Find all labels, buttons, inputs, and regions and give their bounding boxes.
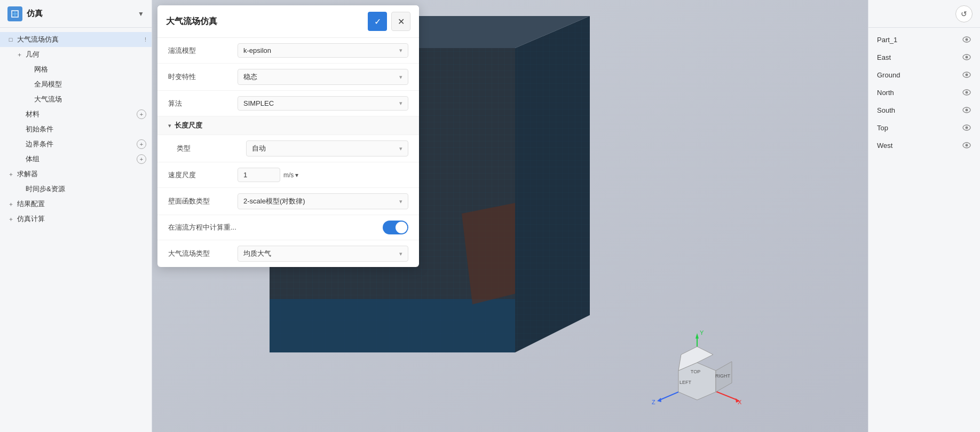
panel-item-name-East: East	[877, 53, 891, 61]
panel-item-East[interactable]: East	[868, 49, 980, 66]
svg-point-23	[966, 74, 968, 76]
item-action-material[interactable]: +	[137, 109, 146, 119]
item-action-boundary[interactable]: +	[137, 139, 146, 149]
velocity-unit-select[interactable]: m/s ▾	[283, 171, 298, 179]
panel-item-West[interactable]: West	[868, 137, 980, 154]
wall-func-value: 2-scale模型(对数律)	[243, 197, 305, 206]
sidebar-item-material[interactable]: 材料+	[0, 107, 152, 122]
panel-item-Part_1[interactable]: Part_1	[868, 31, 980, 49]
svg-point-31	[966, 144, 968, 147]
left-face-label: LEFT	[679, 380, 692, 385]
item-action-body-group[interactable]: +	[137, 154, 146, 164]
sidebar-chevron-icon[interactable]: ▼	[138, 10, 144, 18]
svg-point-21	[966, 56, 968, 59]
form-row-calc-gravity: 在湍流方程中计算重...	[157, 215, 419, 240]
expand-icon-atm-sim[interactable]: □	[6, 35, 15, 44]
eye-icon-North[interactable]	[962, 88, 971, 97]
velocity-scale-input[interactable]	[238, 168, 280, 182]
dialog-body: 湍流模型 k-epsilon ▾ 时变特性 稳态 ▾ 算法	[157, 38, 419, 267]
sidebar-item-init-cond[interactable]: 初始条件	[0, 122, 152, 137]
eye-icon-East[interactable]	[962, 53, 971, 62]
algorithm-select[interactable]: SIMPLEC ▾	[238, 96, 408, 111]
expand-icon-solver[interactable]: ＋	[6, 170, 15, 178]
z-axis-label: Z	[652, 399, 655, 405]
turbulence-chevron-icon: ▾	[399, 47, 402, 54]
panel-item-Top[interactable]: Top	[868, 119, 980, 137]
eye-icon-West[interactable]	[962, 141, 971, 150]
eye-icon-Part_1[interactable]	[962, 35, 971, 44]
eye-icon-Ground[interactable]	[962, 70, 971, 80]
refresh-button[interactable]: ↺	[955, 5, 973, 22]
type-select[interactable]: 自动 ▾	[246, 140, 408, 156]
refresh-icon: ↺	[961, 10, 967, 18]
atm-type-value: 均质大气	[243, 249, 271, 258]
expand-icon-sim-calc[interactable]: ＋	[6, 215, 15, 223]
sidebar-item-boundary[interactable]: 边界条件+	[0, 137, 152, 152]
sidebar-title: 仿真	[27, 9, 43, 19]
eye-icon-South[interactable]	[962, 106, 971, 115]
sidebar-item-sim-calc[interactable]: ＋仿真计算	[0, 211, 152, 226]
sidebar-item-label-result-config: 结果配置	[17, 199, 146, 209]
panel-item-Ground[interactable]: Ground	[868, 66, 980, 84]
calc-gravity-toggle[interactable]	[383, 221, 408, 234]
transient-value: 稳态	[243, 72, 257, 82]
section-chevron-icon: ▾	[168, 122, 171, 129]
wall-func-select[interactable]: 2-scale模型(对数律) ▾	[238, 193, 408, 209]
sidebar-item-atm-field[interactable]: 大气流场	[0, 92, 152, 107]
sidebar-item-label-material: 材料	[26, 109, 135, 119]
panel-item-South[interactable]: South	[868, 101, 980, 119]
sidebar-item-global-model[interactable]: 全局模型	[0, 77, 152, 92]
dialog-confirm-button[interactable]: ✓	[368, 12, 387, 31]
svg-marker-14	[657, 398, 661, 402]
expand-icon-geometry[interactable]: ＋	[15, 50, 23, 59]
form-row-velocity-scale: 速度尺度 m/s ▾	[157, 162, 419, 188]
form-row-transient: 时变特性 稳态 ▾	[157, 64, 419, 91]
sidebar-item-mesh[interactable]: 网格	[0, 62, 152, 77]
sidebar-item-label-boundary: 边界条件	[26, 139, 135, 149]
eye-icon-Top[interactable]	[962, 123, 971, 132]
right-face-label: RIGHT	[715, 373, 731, 379]
sidebar-item-geometry[interactable]: ＋几何	[0, 47, 152, 62]
sidebar-item-label-solver: 求解器	[17, 169, 146, 179]
sidebar-item-body-group[interactable]: 体组+	[0, 152, 152, 167]
turbulence-select[interactable]: k-epsilon ▾	[238, 43, 408, 58]
dialog-close-button[interactable]: ✕	[391, 12, 410, 31]
expand-icon-result-config[interactable]: ＋	[6, 200, 15, 208]
sidebar-item-atm-sim[interactable]: □大气流场仿真!	[0, 32, 152, 47]
section-length-scale[interactable]: ▾ 长度尺度	[157, 116, 419, 135]
top-face-label: TOP	[691, 369, 700, 374]
right-panel-top: ↺	[868, 0, 980, 28]
svg-point-19	[966, 38, 968, 41]
form-row-turbulence: 湍流模型 k-epsilon ▾	[157, 38, 419, 64]
sidebar-item-time-step[interactable]: 时间步&资源	[0, 182, 152, 197]
form-row-algorithm: 算法 SIMPLEC ▾	[157, 91, 419, 116]
dialog[interactable]: 大气流场仿真 ✓ ✕ 湍流模型 k-epsilon ▾ 时变特性	[157, 5, 419, 267]
type-label: 类型	[177, 144, 246, 153]
sidebar-item-result-config[interactable]: ＋结果配置	[0, 197, 152, 211]
atm-type-select[interactable]: 均质大气 ▾	[238, 246, 408, 262]
panel-item-name-West: West	[877, 142, 892, 150]
sidebar-item-label-sim-calc: 仿真计算	[17, 214, 146, 224]
atm-type-label: 大气流场类型	[168, 249, 238, 258]
form-row-type: 类型 自动 ▾	[157, 135, 419, 162]
sidebar: 仿真 ▼ □大气流场仿真!＋几何网格全局模型大气流场材料+初始条件边界条件+体组…	[0, 0, 152, 432]
panel-item-North[interactable]: North	[868, 84, 980, 101]
sidebar-item-label-mesh: 网格	[34, 65, 146, 74]
orientation-widget: Y X Z LEFT TOP RIGHT	[638, 315, 745, 421]
panel-item-name-North: North	[877, 89, 894, 97]
svg-marker-7	[270, 299, 515, 352]
sidebar-item-label-atm-field: 大气流场	[34, 95, 146, 104]
transient-label: 时变特性	[168, 72, 238, 82]
sidebar-item-solver[interactable]: ＋求解器	[0, 167, 152, 182]
velocity-unit-chevron-icon: ▾	[295, 171, 298, 179]
app-icon	[7, 6, 22, 21]
type-value: 自动	[252, 144, 266, 153]
turbulence-label: 湍流模型	[168, 46, 238, 56]
wall-func-label: 壁面函数类型	[168, 197, 238, 206]
sidebar-item-label-init-cond: 初始条件	[26, 124, 146, 134]
velocity-scale-input-group: m/s ▾	[238, 168, 408, 182]
transient-select[interactable]: 稳态 ▾	[238, 69, 408, 85]
sidebar-item-label-atm-sim: 大气流场仿真	[17, 35, 143, 44]
calc-gravity-label: 在湍流方程中计算重...	[168, 223, 238, 232]
velocity-unit-value: m/s	[283, 171, 294, 179]
